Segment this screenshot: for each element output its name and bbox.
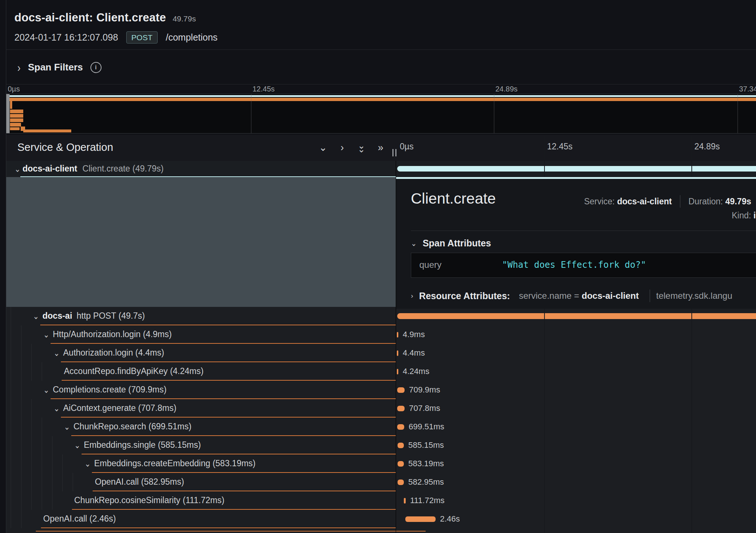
span-row[interactable]: ⌄Authorization.login (4.4ms)4.4ms [6, 344, 756, 362]
span-duration-bar[interactable] [405, 516, 436, 522]
row-underline [61, 417, 396, 418]
span-filters-toggle[interactable]: › Span Filters i [17, 62, 102, 73]
span-row[interactable]: OpenAI.call (2.46s)2.46s [6, 510, 756, 528]
span-duration-bar[interactable] [397, 406, 405, 411]
span-bar-client-create[interactable] [397, 166, 756, 172]
span-row[interactable]: ⌄Embeddings.single (585.15ms)585.15ms [6, 436, 756, 454]
chevron-down-icon[interactable]: ⌄ [85, 458, 91, 469]
row-underline [71, 435, 396, 436]
minimap-span-bar [10, 110, 23, 113]
minimap-span-bar [10, 101, 12, 109]
chevron-down-icon[interactable]: ⌄ [54, 348, 60, 358]
attribute-row-query[interactable]: query "What does Effect.fork do?" [411, 253, 756, 278]
attribute-value: "What does Effect.fork do?" [502, 260, 646, 270]
collapse-one-icon[interactable]: ⌄ [316, 140, 330, 155]
column-resizer-handle[interactable] [392, 149, 396, 156]
minimap-canvas[interactable] [6, 94, 756, 134]
minimap-span-bar [10, 127, 20, 130]
minimap-viewport-handle[interactable] [6, 94, 10, 133]
partial-span-row [6, 528, 756, 533]
span-duration-bar[interactable] [397, 313, 756, 319]
span-duration-bar[interactable] [397, 387, 405, 393]
span-detail-title: Client.create [411, 190, 496, 207]
span-row-label: docs-ai-clientClient.create (49.79s) [23, 164, 164, 174]
span-duration-bar[interactable] [404, 498, 406, 503]
expand-all-icon[interactable]: » [373, 140, 388, 155]
span-duration-label: 699.51ms [409, 422, 444, 432]
detail-divider [411, 231, 756, 231]
span-kind-meta: Kind: inte [732, 211, 756, 221]
chevron-right-icon: › [17, 62, 21, 73]
chevron-down-icon[interactable]: ⌄ [54, 403, 60, 413]
span-filters-section: › Span Filters i [6, 50, 756, 84]
row-underline [51, 398, 396, 399]
row-underline [72, 509, 396, 510]
minimap-span-bar [10, 98, 756, 101]
span-row-label: docs-aihttp POST (49.7s) [42, 311, 145, 321]
span-duration-bar[interactable] [397, 332, 398, 338]
span-row-client-create[interactable]: ⌄ docs-ai-clientClient.create (49.79s) [6, 161, 756, 177]
span-duration-bar[interactable] [397, 369, 398, 374]
span-duration-bar[interactable] [398, 461, 404, 467]
span-detail-content: Client.create Service: docs-ai-client Du… [396, 177, 756, 309]
span-row[interactable]: ⌄ChunkRepo.search (699.51ms)699.51ms [6, 418, 756, 436]
row-underline [93, 491, 396, 491]
minimap-span-bar [10, 95, 756, 97]
http-method-badge: POST [126, 31, 158, 44]
timeline-tick-label: 24.89s [694, 142, 720, 152]
minimap-tick-label: 37.34s [739, 85, 756, 93]
info-icon[interactable]: i [90, 62, 102, 73]
span-duration-bar[interactable] [398, 480, 404, 485]
span-duration-label: 585.15ms [408, 440, 444, 450]
span-duration-label: 582.95ms [408, 477, 444, 487]
chevron-down-icon[interactable]: ⌄ [33, 311, 39, 321]
collapse-all-icon[interactable]: ⌄⌄ [354, 140, 369, 155]
span-filters-label: Span Filters [28, 62, 83, 73]
span-duration-label: 4.24ms [403, 367, 429, 376]
chevron-down-icon[interactable]: ⌄ [64, 422, 70, 432]
span-row-label: Authorization.login (4.4ms) [63, 348, 164, 358]
minimap-span-bar [10, 118, 23, 122]
span-duration-bar[interactable] [397, 424, 404, 430]
span-row[interactable]: AccountRepo.findByApiKey (4.24ms)4.24ms [6, 362, 756, 381]
span-duration-label: 111.72ms [410, 496, 444, 505]
span-attributes-title: Span Attributes [423, 238, 491, 249]
service-operation-header: Service & Operation [17, 141, 113, 153]
timeline-tick-label: 12.45s [547, 142, 573, 152]
trace-minimap: 0µs12.45s24.89s37.34s [6, 84, 756, 135]
span-row[interactable]: ⌄docs-aihttp POST (49.7s) [6, 307, 756, 325]
span-detail-left-pane [6, 177, 396, 307]
span-row[interactable]: OpenAI.call (582.95ms)582.95ms [6, 473, 756, 491]
request-path: /completions [166, 32, 217, 43]
resource-attributes-title: Resource Attributes: [419, 291, 510, 301]
trace-header: docs-ai-client: Client.create 49.79s 202… [6, 0, 756, 50]
chevron-down-icon[interactable]: ⌄ [43, 329, 49, 340]
span-row-label: AiContext.generate (707.8ms) [63, 403, 176, 413]
span-row-label: ChunkRepo.search (699.51ms) [73, 422, 192, 432]
span-duration-label: 707.8ms [409, 404, 440, 413]
expand-one-icon[interactable]: › [335, 140, 350, 155]
chevron-down-icon[interactable]: ⌄ [43, 385, 49, 395]
row-underline [82, 454, 396, 454]
chevron-down-icon[interactable]: ⌄ [14, 164, 21, 174]
span-duration-label: 4.9ms [403, 330, 425, 339]
span-row[interactable]: ⌄Completions.create (709.9ms)709.9ms [6, 381, 756, 399]
column-divider[interactable] [396, 161, 396, 533]
minimap-tick-label: 12.45s [252, 85, 275, 93]
chevron-down-icon[interactable]: ⌄ [74, 440, 80, 450]
span-row-label: Http/Authorization.login (4.9ms) [53, 329, 172, 339]
minimap-tick-label: 0µs [8, 85, 20, 93]
row-underline [61, 361, 396, 362]
span-row[interactable]: ⌄Http/Authorization.login (4.9ms)4.9ms [6, 325, 756, 344]
span-row[interactable]: ChunkRepo.cosineSimilarity (111.72ms)111… [6, 491, 756, 510]
span-attributes-toggle[interactable]: ⌄ Span Attributes [411, 238, 491, 249]
span-duration-bar[interactable] [397, 350, 398, 356]
resource-attributes-toggle[interactable]: › Resource Attributes: service.name = do… [411, 290, 732, 302]
span-row-label: ChunkRepo.cosineSimilarity (111.72ms) [74, 495, 224, 505]
span-row[interactable]: ⌄Embeddings.createEmbedding (583.19ms)58… [6, 454, 756, 473]
span-duration-bar[interactable] [398, 443, 404, 448]
span-row-label: Completions.create (709.9ms) [53, 385, 166, 395]
row-underline [62, 380, 396, 381]
span-row[interactable]: ⌄AiContext.generate (707.8ms)707.8ms [6, 399, 756, 418]
span-row-label: OpenAI.call (582.95ms) [95, 477, 184, 487]
